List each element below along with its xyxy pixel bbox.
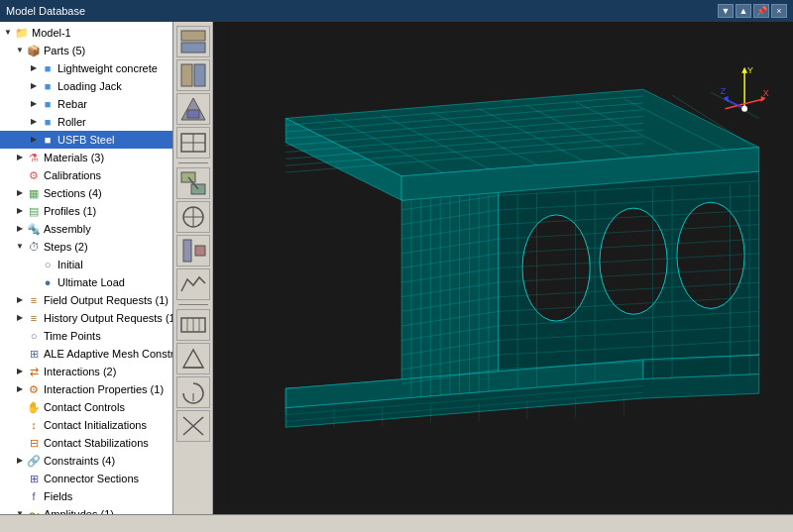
tree-icon-historyoutput: ≡: [26, 310, 42, 326]
tree-expander-connectorsections[interactable]: [14, 473, 26, 484]
tree-item-timepoints[interactable]: ○Time Points: [0, 327, 172, 345]
tree-expander-contactstab[interactable]: [14, 437, 26, 449]
tree-label-connectorsections: Connector Sections: [44, 471, 170, 486]
tree-label-materials: Materials (3): [44, 150, 170, 165]
svg-rect-1: [181, 43, 205, 53]
tree-label-initial: Initial: [57, 257, 170, 272]
tree-expander-interactionprops[interactable]: ▶: [14, 383, 26, 395]
main-content: ▼📁Model-1▼📦Parts (5)▶■Lightweight concre…: [0, 22, 793, 514]
tree-item-sections[interactable]: ▶▦Sections (4): [0, 184, 172, 202]
tree-item-fieldoutput[interactable]: ▶≡Field Output Requests (1): [0, 291, 172, 309]
tree-label-usfb: USFB Steel: [57, 132, 170, 148]
tree-expander-interactions[interactable]: ▶: [14, 366, 26, 377]
tree-item-profiles[interactable]: ▶▤Profiles (1): [0, 202, 172, 220]
tree-icon-profiles: ▤: [26, 203, 42, 219]
tree-item-interactionprops[interactable]: ▶⚙Interaction Properties (1): [0, 380, 172, 398]
tree-item-fields[interactable]: fFields: [0, 487, 172, 505]
tree-expander-steps[interactable]: ▼: [14, 241, 26, 253]
tree-item-loadjack[interactable]: ▶■Loading Jack: [0, 77, 172, 95]
tree-item-rebar[interactable]: ▶■Rebar: [0, 95, 172, 113]
tree-item-contactcontrols[interactable]: ✋Contact Controls: [0, 398, 172, 416]
tree-expander-roller[interactable]: ▶: [28, 116, 40, 128]
part-tool-5[interactable]: [176, 167, 210, 199]
tree-expander-concrete[interactable]: ▶: [28, 62, 40, 74]
restore-button[interactable]: ▲: [736, 4, 751, 18]
tree-item-materials[interactable]: ▶⚗Materials (3): [0, 149, 172, 166]
tree-label-rebar: Rebar: [57, 96, 170, 112]
status-bar: [0, 514, 793, 532]
tree-item-parts[interactable]: ▼📦Parts (5): [0, 42, 172, 59]
part-tool-12[interactable]: [176, 410, 210, 442]
tree-expander-ultimateload[interactable]: [28, 276, 40, 288]
tree-label-contactcontrols: Contact Controls: [44, 399, 170, 415]
tree-item-usfb[interactable]: ▶■USFB Steel: [0, 131, 172, 149]
tree-item-alemesh[interactable]: ⊞ALE Adaptive Mesh Constr: [0, 345, 172, 363]
part-tool-10[interactable]: [176, 343, 210, 374]
tree-expander-initial[interactable]: [28, 259, 40, 270]
tree-icon-contactinit: ↕: [26, 417, 42, 433]
minimize-button[interactable]: ▼: [718, 4, 734, 18]
tree-icon-concrete: ■: [40, 60, 56, 76]
tree-expander-alemesh[interactable]: [14, 348, 26, 360]
tree-item-contactinit[interactable]: ↕Contact Initializations: [0, 416, 172, 434]
tree-expander-fieldoutput[interactable]: ▶: [14, 294, 26, 306]
tree-expander-parts[interactable]: ▼: [14, 45, 26, 56]
svg-rect-16: [195, 246, 205, 256]
title-controls: ▼ ▲ 📌 ×: [718, 4, 787, 18]
tree-label-parts: Parts (5): [44, 43, 170, 58]
tree-expander-contactcontrols[interactable]: [14, 401, 26, 413]
tree-expander-usfb[interactable]: ▶: [28, 134, 40, 146]
pin-button[interactable]: 📌: [753, 4, 769, 18]
part-tool-11[interactable]: [176, 376, 210, 408]
tree-label-contactstab: Contact Stabilizations: [44, 435, 170, 451]
tree-item-constraints[interactable]: ▶🔗Constraints (4): [0, 452, 172, 470]
tree-label-interactions: Interactions (2): [44, 364, 170, 379]
tree-item-initial[interactable]: ○Initial: [0, 256, 172, 273]
tree-icon-connectorsections: ⊞: [26, 471, 42, 486]
part-tool-2[interactable]: [176, 59, 210, 91]
viewport[interactable]: Y X Z: [213, 22, 793, 514]
svg-point-71: [522, 215, 590, 321]
tree-icon-fields: f: [26, 488, 42, 504]
tree-expander-timepoints[interactable]: [14, 330, 26, 342]
tree-item-historyoutput[interactable]: ▶≡History Output Requests (1: [0, 309, 172, 327]
tree-expander-constraints[interactable]: ▶: [14, 455, 26, 467]
tree-label-profiles: Profiles (1): [44, 203, 170, 219]
tree-icon-model1: 📁: [14, 25, 30, 41]
tree-item-ultimateload[interactable]: ●Ultimate Load: [0, 273, 172, 291]
app-title: Model Database: [6, 5, 718, 17]
tree-item-roller[interactable]: ▶■Roller: [0, 113, 172, 131]
tree-item-concrete[interactable]: ▶■Lightweight concrete: [0, 59, 172, 77]
tree-item-interactions[interactable]: ▶⇄Interactions (2): [0, 363, 172, 380]
part-tool-6[interactable]: [176, 201, 210, 233]
tree-item-model1[interactable]: ▼📁Model-1: [0, 24, 172, 42]
close-button[interactable]: ×: [771, 4, 787, 18]
tree-expander-assembly[interactable]: ▶: [14, 223, 26, 235]
tree-expander-historyoutput[interactable]: ▶: [14, 312, 26, 324]
part-tool-8[interactable]: [176, 268, 210, 300]
part-tool-3[interactable]: [176, 93, 210, 125]
tree-item-assembly[interactable]: ▶🔩Assembly: [0, 220, 172, 238]
tree-item-connectorsections[interactable]: ⊞Connector Sections: [0, 470, 172, 487]
tree-item-contactstab[interactable]: ⊟Contact Stabilizations: [0, 434, 172, 452]
tree-expander-loadjack[interactable]: ▶: [28, 80, 40, 92]
tree-expander-calibrations[interactable]: [14, 169, 26, 181]
tree-icon-usfb: ■: [40, 132, 56, 148]
part-tool-4[interactable]: [176, 127, 210, 159]
tree-icon-timepoints: ○: [26, 328, 42, 344]
part-tool-1[interactable]: [176, 26, 210, 57]
tree-expander-sections[interactable]: ▶: [14, 187, 26, 199]
tree-icon-loadjack: ■: [40, 78, 56, 94]
tree-label-historyoutput: History Output Requests (1: [44, 310, 172, 326]
tree-expander-model1[interactable]: ▼: [2, 27, 14, 39]
tree-expander-contactinit[interactable]: [14, 419, 26, 431]
tree-expander-profiles[interactable]: ▶: [14, 205, 26, 217]
tree-item-steps[interactable]: ▼⏱Steps (2): [0, 238, 172, 256]
part-tool-7[interactable]: [176, 235, 210, 266]
tree-item-amplitudes[interactable]: ▼〜Amplitudes (1): [0, 505, 172, 514]
tree-expander-fields[interactable]: [14, 490, 26, 502]
tree-expander-materials[interactable]: ▶: [14, 152, 26, 163]
tree-item-calibrations[interactable]: ⚙Calibrations: [0, 166, 172, 184]
part-tool-9[interactable]: [176, 309, 210, 341]
tree-expander-rebar[interactable]: ▶: [28, 98, 40, 110]
